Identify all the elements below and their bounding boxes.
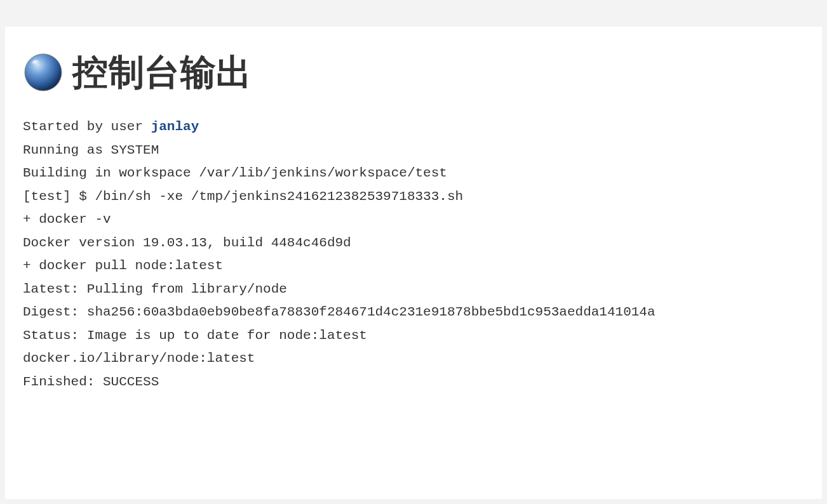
console-line: Digest: sha256:60a3bda0eb90be8fa78830f28…: [23, 301, 804, 324]
console-line: Docker version 19.03.13, build 4484c46d9…: [23, 232, 804, 255]
console-line: Finished: SUCCESS: [23, 371, 804, 394]
console-line: Running as SYSTEM: [23, 139, 804, 162]
page-title: 控制台输出: [72, 55, 252, 90]
console-line: latest: Pulling from library/node: [23, 278, 804, 302]
console-output: Started by user janlayRunning as SYSTEMB…: [23, 116, 804, 394]
build-status-orb-icon: [23, 52, 64, 93]
svg-point-0: [25, 54, 62, 91]
console-line: [test] $ /bin/sh -xe /tmp/jenkins2416212…: [23, 185, 804, 209]
console-line: Status: Image is up to date for node:lat…: [23, 324, 804, 348]
svg-point-1: [30, 59, 46, 70]
console-line: + docker -v: [23, 208, 804, 232]
console-line: + docker pull node:latest: [23, 255, 804, 278]
user-link[interactable]: janlay: [151, 119, 199, 134]
console-line: docker.io/library/node:latest: [23, 347, 804, 371]
console-line-started-by: Started by user janlay: [23, 116, 804, 139]
console-output-panel: 控制台输出 Started by user janlayRunning as S…: [5, 27, 822, 499]
started-by-prefix: Started by user: [23, 119, 151, 134]
page-heading: 控制台输出: [23, 52, 804, 93]
console-line: Building in workspace /var/lib/jenkins/w…: [23, 162, 804, 185]
